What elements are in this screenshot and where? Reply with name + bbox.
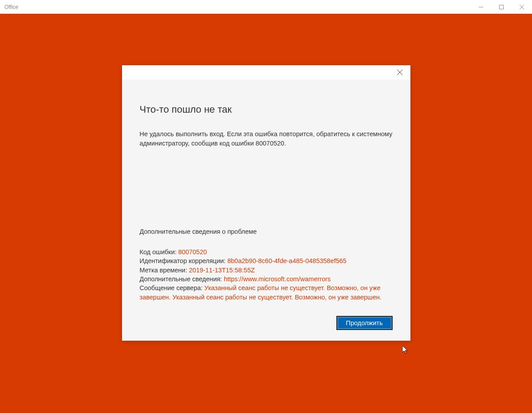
dialog-message: Не удалось выполнить вход. Если эта ошиб… — [140, 130, 393, 148]
details-heading: Дополнительные сведения о проблеме — [140, 228, 393, 235]
dialog-title: Что-то пошло не так — [140, 104, 393, 115]
maximize-icon — [499, 5, 504, 9]
dialog-close-button[interactable] — [395, 68, 404, 77]
window-controls — [471, 0, 532, 14]
timestamp-row: Метка времени: 2019-11-13T15:58:55Z — [140, 266, 393, 275]
correlation-id-value: 8b0a2b90-8c60-4fde-a485-0485358ef565 — [227, 257, 346, 264]
details-block: Код ошибки: 80070520 Идентификатор корре… — [140, 248, 393, 302]
error-dialog: Что-то пошло не так Не удалось выполнить… — [122, 65, 410, 341]
correlation-id-row: Идентификатор корреляции: 8b0a2b90-8c60-… — [140, 256, 393, 265]
close-window-button[interactable] — [512, 0, 532, 14]
correlation-id-label: Идентификатор корреляции: — [140, 257, 228, 264]
close-icon — [397, 70, 402, 75]
error-code-label: Код ошибки: — [140, 248, 178, 256]
error-code-value: 80070520 — [178, 248, 207, 256]
more-info-row: Дополнительные сведения: https://www.mic… — [140, 275, 393, 283]
server-message-row: Сообщение сервера: Указанный сеанс работ… — [140, 283, 393, 302]
more-info-label: Дополнительные сведения: — [140, 275, 224, 283]
dialog-footer: Продолжить — [140, 316, 393, 330]
dialog-header — [122, 65, 410, 79]
titlebar: Office — [0, 0, 532, 14]
minimize-button[interactable] — [471, 0, 491, 14]
maximize-button[interactable] — [491, 0, 512, 14]
window-title: Office — [4, 4, 18, 10]
svg-rect-1 — [500, 5, 504, 9]
close-icon — [520, 5, 524, 9]
timestamp-value: 2019-11-13T15:58:55Z — [189, 267, 255, 274]
error-code-row: Код ошибки: 80070520 — [140, 248, 393, 256]
server-message-label: Сообщение сервера: — [140, 284, 205, 291]
continue-button[interactable]: Продолжить — [336, 316, 393, 330]
more-info-value[interactable]: https://www.microsoft.com/wamerrors — [224, 275, 331, 283]
dialog-content: Что-то пошло не так Не удалось выполнить… — [122, 79, 410, 341]
minimize-icon — [479, 5, 483, 9]
timestamp-label: Метка времени: — [140, 267, 189, 274]
app-body: Что-то пошло не так Не удалось выполнить… — [0, 14, 532, 413]
